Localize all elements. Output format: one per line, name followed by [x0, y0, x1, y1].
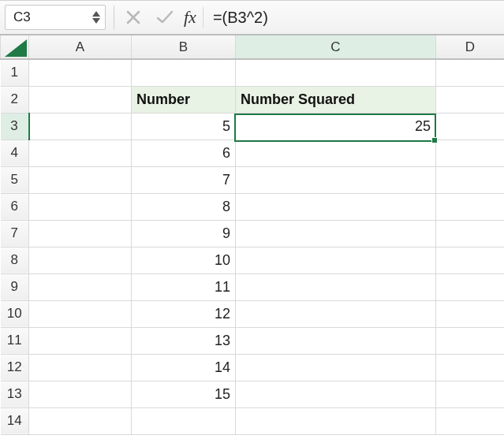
cell-A14[interactable]: [29, 407, 132, 434]
cell-D6[interactable]: [436, 193, 505, 220]
col-header-C[interactable]: C: [236, 35, 436, 59]
cell-D9[interactable]: [436, 273, 505, 300]
column-header-row: A B C D: [1, 35, 505, 59]
cell-B7-text: 9: [132, 221, 235, 247]
cell-D10[interactable]: [436, 300, 505, 327]
cell-D13[interactable]: [436, 381, 505, 407]
formula-input[interactable]: =(B3^2): [203, 1, 504, 34]
row-header-3[interactable]: 3: [1, 113, 29, 140]
name-box-value: C3: [13, 9, 31, 25]
cell-C7[interactable]: [236, 220, 436, 247]
col-header-D[interactable]: D: [436, 35, 505, 59]
cell-B4-text: 6: [132, 140, 235, 166]
cell-D1[interactable]: [436, 59, 505, 86]
cancel-button[interactable]: [118, 1, 149, 34]
name-box-stepper[interactable]: [92, 11, 100, 24]
cell-C10[interactable]: [236, 300, 436, 327]
cell-D5[interactable]: [436, 166, 505, 193]
cell-B9[interactable]: 11: [132, 273, 236, 300]
cell-D12[interactable]: [436, 354, 505, 381]
spreadsheet-grid[interactable]: A B C D 1 2 Number Number: [0, 35, 504, 435]
cell-D7[interactable]: [436, 220, 505, 247]
cell-B8-text: 10: [132, 247, 235, 273]
cell-B6[interactable]: 8: [132, 193, 236, 220]
cell-C5[interactable]: [236, 166, 436, 193]
cell-A8[interactable]: [29, 247, 132, 273]
cell-B13[interactable]: 15: [132, 381, 236, 407]
cell-D4[interactable]: [436, 140, 505, 166]
confirm-button[interactable]: [149, 1, 181, 34]
col-header-B[interactable]: B: [132, 35, 236, 59]
chevron-up-icon: [92, 11, 100, 17]
cell-C4[interactable]: [236, 140, 436, 166]
cell-B5-text: 7: [132, 167, 235, 193]
row-header-10[interactable]: 10: [1, 300, 29, 327]
name-box[interactable]: C3: [5, 5, 106, 30]
cell-B3-text: 5: [132, 113, 235, 140]
cell-C3-text: 25: [236, 113, 435, 140]
cell-B10[interactable]: 12: [132, 300, 236, 327]
cell-B7[interactable]: 9: [132, 220, 236, 247]
chevron-down-icon: [92, 18, 100, 24]
separator: [114, 6, 114, 29]
row-header-14[interactable]: 14: [1, 407, 29, 434]
cell-A5[interactable]: [29, 166, 132, 193]
check-icon: [156, 10, 174, 24]
cell-B11[interactable]: 13: [132, 327, 236, 354]
cell-D11[interactable]: [436, 327, 505, 354]
row-header-7[interactable]: 7: [1, 220, 29, 247]
cell-C1[interactable]: [236, 59, 436, 86]
cell-B4[interactable]: 6: [132, 140, 236, 166]
cell-A6[interactable]: [29, 193, 132, 220]
cell-B1[interactable]: [132, 59, 236, 86]
cell-D8[interactable]: [436, 247, 505, 273]
name-box-container: C3: [0, 1, 110, 34]
cell-C14[interactable]: [236, 407, 436, 434]
row-header-1[interactable]: 1: [1, 59, 29, 86]
cell-A1[interactable]: [29, 59, 132, 86]
cell-D14[interactable]: [436, 407, 505, 434]
cell-A7[interactable]: [29, 220, 132, 247]
cell-B12[interactable]: 14: [132, 354, 236, 381]
cell-B10-text: 12: [132, 301, 235, 327]
row-header-12[interactable]: 12: [1, 354, 29, 381]
cell-A11[interactable]: [29, 327, 132, 354]
formula-bar: C3 fx =(B3^2): [0, 1, 504, 35]
cell-C12[interactable]: [236, 354, 436, 381]
col-header-A[interactable]: A: [29, 35, 132, 59]
cell-C13[interactable]: [236, 381, 436, 407]
cell-C2[interactable]: Number Squared: [236, 86, 436, 113]
cell-A13[interactable]: [29, 381, 132, 407]
cell-A12[interactable]: [29, 354, 132, 381]
row-header-13[interactable]: 13: [1, 381, 29, 407]
row-header-4[interactable]: 4: [1, 140, 29, 166]
select-all-corner[interactable]: [1, 35, 29, 59]
cell-B9-text: 11: [132, 274, 235, 300]
fx-label[interactable]: fx: [181, 7, 203, 28]
cell-A2[interactable]: [29, 86, 132, 113]
row-header-5[interactable]: 5: [1, 166, 29, 193]
cell-A4[interactable]: [29, 140, 132, 166]
cell-B14[interactable]: [132, 407, 236, 434]
cell-B3[interactable]: 5: [132, 113, 236, 140]
cell-C3[interactable]: 25: [236, 113, 436, 140]
row-header-8[interactable]: 8: [1, 247, 29, 273]
cell-C6[interactable]: [236, 193, 436, 220]
cell-B8[interactable]: 10: [132, 247, 236, 273]
cell-C9[interactable]: [236, 273, 436, 300]
cell-B2-text: Number: [132, 87, 235, 113]
row-header-6[interactable]: 6: [1, 193, 29, 220]
row-header-2[interactable]: 2: [1, 86, 29, 113]
cell-C11[interactable]: [236, 327, 436, 354]
cell-A10[interactable]: [29, 300, 132, 327]
cell-A9[interactable]: [29, 273, 132, 300]
row-header-9[interactable]: 9: [1, 273, 29, 300]
cell-D3[interactable]: [436, 113, 505, 140]
cell-B13-text: 15: [132, 381, 235, 407]
row-header-11[interactable]: 11: [1, 327, 29, 354]
cell-A3[interactable]: [29, 113, 132, 140]
cell-D2[interactable]: [436, 86, 505, 113]
cell-B2[interactable]: Number: [132, 86, 236, 113]
cell-B5[interactable]: 7: [132, 166, 236, 193]
cell-C8[interactable]: [236, 247, 436, 273]
